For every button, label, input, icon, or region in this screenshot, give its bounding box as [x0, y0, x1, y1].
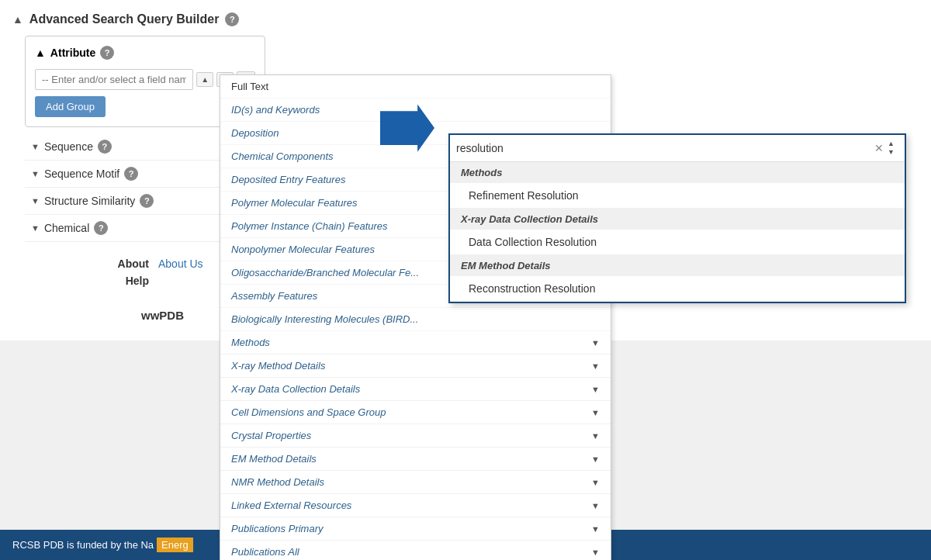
- methods-expand-icon: ▼: [591, 338, 600, 347]
- page-title: Advanced Search Query Builder: [29, 12, 220, 26]
- res-item-data-collection-resolution[interactable]: Data Collection Resolution: [450, 230, 905, 255]
- dropdown-item-linked-external[interactable]: Linked External Resources ▼: [220, 494, 611, 517]
- dropdown-item-full-text[interactable]: Full Text: [220, 75, 611, 99]
- resolution-search-input[interactable]: [456, 142, 874, 154]
- dropdown-item-publications-all[interactable]: Publications All ▼: [220, 541, 611, 560]
- attribute-help-icon[interactable]: ?: [100, 46, 114, 60]
- field-name-input[interactable]: [35, 69, 193, 90]
- dropdown-item-em-method[interactable]: EM Method Details ▼: [220, 448, 611, 471]
- crystal-label: Crystal Properties: [231, 430, 311, 441]
- attribute-header: ▲ Attribute ?: [35, 46, 255, 60]
- dropdown-item-publications-primary[interactable]: Publications Primary ▼: [220, 517, 611, 541]
- sidebar-item-chemical[interactable]: ▼ Chemical ?: [25, 215, 227, 242]
- sidebar-item-structure-similarity[interactable]: ▼ Structure Similarity ?: [25, 188, 227, 215]
- cell-dimensions-expand-icon: ▼: [591, 408, 600, 417]
- resolution-clear-button[interactable]: ✕: [874, 142, 884, 154]
- xray-collection-expand-icon: ▼: [591, 385, 600, 394]
- res-category-xray-collection: X-ray Data Collection Details: [450, 209, 905, 230]
- dropdown-item-nmr[interactable]: NMR Method Details ▼: [220, 471, 611, 494]
- dropdown-item-xray-method[interactable]: X-ray Method Details ▼: [220, 354, 611, 378]
- seq-motif-help-icon[interactable]: ?: [124, 167, 138, 181]
- page-header: ▲ Advanced Search Query Builder ?: [12, 12, 919, 26]
- res-item-reconstruction-resolution[interactable]: Reconstruction Resolution: [450, 276, 905, 302]
- res-item-refinement-resolution[interactable]: Refinement Resolution: [450, 183, 905, 209]
- cell-dimensions-label: Cell Dimensions and Space Group: [231, 406, 386, 418]
- pub-primary-expand-icon: ▼: [591, 524, 600, 534]
- add-group-button[interactable]: Add Group: [35, 96, 106, 117]
- xray-method-expand-icon: ▼: [591, 361, 600, 371]
- field-up-button[interactable]: ▲: [196, 72, 213, 87]
- xray-method-label: X-ray Method Details: [231, 360, 325, 372]
- structure-sim-help-icon[interactable]: ?: [140, 194, 154, 208]
- linked-external-label: Linked External Resources: [231, 500, 351, 511]
- pub-all-label: Publications All: [231, 546, 299, 558]
- linked-external-expand-icon: ▼: [591, 501, 600, 510]
- resolution-up-button[interactable]: ▲: [887, 140, 895, 148]
- page-help-icon[interactable]: ?: [225, 12, 239, 26]
- sidebar-item-sequence-motif[interactable]: ▼ Sequence Motif ?: [25, 161, 227, 188]
- bottom-bar-text: RCSB PDB is funded by the Na: [12, 539, 154, 551]
- chemical-label: Chemical: [44, 222, 89, 234]
- wwpdb-text: wwPDB: [141, 309, 184, 322]
- resolution-arrow-buttons: ▲ ▼: [887, 140, 895, 157]
- seq-motif-arrow: ▼: [31, 169, 40, 178]
- attribute-collapse-arrow[interactable]: ▲: [35, 47, 46, 59]
- resolution-down-button[interactable]: ▼: [887, 148, 895, 157]
- chemical-help-icon[interactable]: ?: [94, 221, 108, 235]
- sidebar-item-sequence[interactable]: ▼ Sequence ?: [25, 133, 227, 161]
- sequence-label: Sequence: [44, 140, 93, 153]
- dropdown-item-methods[interactable]: Methods ▼: [220, 331, 611, 354]
- structure-sim-label: Structure Similarity: [44, 195, 135, 207]
- structure-sim-arrow: ▼: [31, 196, 40, 206]
- dropdown-item-crystal[interactable]: Crystal Properties ▼: [220, 424, 611, 448]
- svg-marker-0: [380, 104, 434, 151]
- resolution-search-row: ✕ ▲ ▼: [450, 135, 905, 162]
- dropdown-item-bird[interactable]: Biologically Interesting Molecules (BIRD…: [220, 308, 611, 331]
- res-category-em-method: EM Method Details: [450, 255, 905, 276]
- nmr-expand-icon: ▼: [591, 478, 600, 487]
- sequence-help-icon[interactable]: ?: [98, 140, 112, 154]
- about-us-link[interactable]: About Us: [158, 258, 203, 270]
- attribute-label: Attribute: [50, 47, 95, 59]
- dropdown-item-xray-collection[interactable]: X-ray Data Collection Details ▼: [220, 378, 611, 401]
- res-category-methods: Methods: [450, 162, 905, 183]
- pub-primary-label: Publications Primary: [231, 523, 324, 534]
- pub-all-expand-icon: ▼: [591, 548, 600, 557]
- dropdown-item-cell-dimensions[interactable]: Cell Dimensions and Space Group ▼: [220, 401, 611, 424]
- xray-collection-label: X-ray Data Collection Details: [231, 383, 360, 395]
- seq-motif-label: Sequence Motif: [44, 168, 119, 180]
- sidebar-sections: ▼ Sequence ? ▼ Sequence Motif ? ▼ Struct…: [25, 133, 227, 242]
- chemical-arrow: ▼: [31, 223, 40, 233]
- sequence-arrow: ▼: [31, 142, 40, 151]
- bottom-bar-highlight-1: Energ: [157, 538, 193, 552]
- em-method-label: EM Method Details: [231, 453, 317, 465]
- methods-label: Methods: [231, 337, 270, 348]
- help-label: Help: [102, 275, 149, 287]
- nmr-label: NMR Method Details: [231, 476, 324, 488]
- crystal-expand-icon: ▼: [591, 431, 600, 441]
- about-label: About: [102, 258, 149, 270]
- collapse-arrow[interactable]: ▲: [12, 13, 23, 26]
- em-method-expand-icon: ▼: [591, 455, 600, 464]
- resolution-dropdown: ✕ ▲ ▼ Methods Refinement Resolution X-ra…: [448, 133, 906, 303]
